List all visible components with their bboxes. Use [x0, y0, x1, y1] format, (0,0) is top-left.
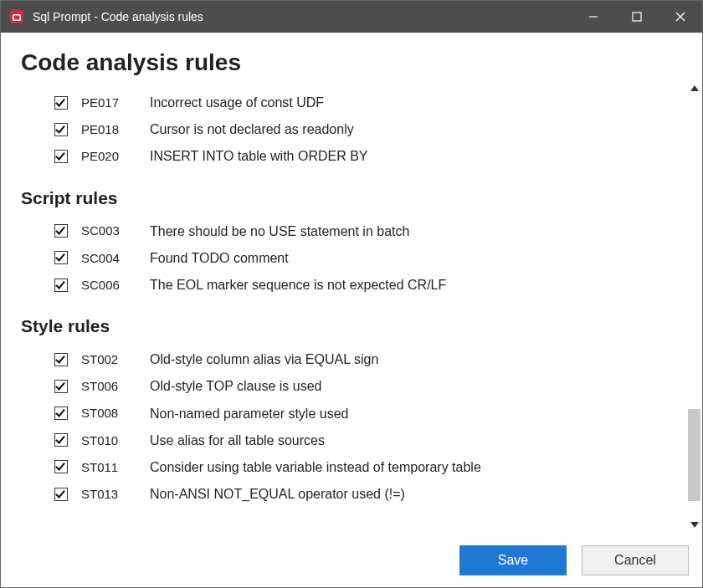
rule-code: SC003	[81, 220, 150, 242]
rule-row[interactable]: ST006 Old-style TOP clause is used	[54, 375, 687, 397]
rule-row[interactable]: ST010 Use alias for all table sources	[54, 429, 687, 452]
rule-row[interactable]: ST008 Non-named parameter style used	[54, 402, 687, 425]
rule-code: ST002	[81, 349, 150, 371]
rule-desc: Old-style TOP clause is used	[150, 375, 321, 397]
maximize-button[interactable]	[615, 1, 659, 33]
app-window: Sql Prompt - Code analysis rules Code an…	[0, 0, 703, 588]
close-button[interactable]	[659, 1, 702, 33]
window-title: Sql Prompt - Code analysis rules	[33, 10, 203, 23]
rule-checkbox[interactable]	[54, 150, 68, 163]
rule-desc: Consider using table variable instead of…	[150, 456, 481, 478]
rule-checkbox[interactable]	[54, 433, 68, 447]
rules-list: Code analysis rules PE017 Incorrect usag…	[1, 33, 687, 537]
rule-checkbox[interactable]	[54, 488, 68, 501]
rule-row[interactable]: ST011 Consider using table variable inst…	[54, 456, 687, 478]
svg-rect-2	[14, 16, 20, 20]
rule-code: PE017	[81, 92, 150, 114]
rule-row[interactable]: SC004 Found TODO comment	[54, 247, 687, 269]
footer-buttons: Save Cancel	[1, 537, 702, 587]
cancel-button[interactable]: Cancel	[582, 545, 689, 575]
rule-checkbox[interactable]	[54, 460, 68, 473]
rule-desc: Found TODO comment	[150, 247, 289, 269]
rule-row[interactable]: SC003 There should be no USE statement i…	[54, 220, 687, 243]
rule-code: ST011	[81, 457, 150, 478]
rule-row[interactable]: ST002 Old-style column alias via EQUAL s…	[54, 348, 687, 371]
rule-checkbox[interactable]	[54, 224, 68, 238]
titlebar: Sql Prompt - Code analysis rules	[1, 1, 702, 33]
rule-desc: Use alias for all table sources	[150, 429, 325, 452]
rule-row[interactable]: PE020 INSERT INTO table with ORDER BY	[54, 145, 687, 167]
rule-checkbox[interactable]	[54, 251, 68, 264]
rule-desc: INSERT INTO table with ORDER BY	[150, 145, 368, 167]
rule-checkbox[interactable]	[54, 406, 68, 420]
rule-code: ST013	[81, 483, 150, 505]
app-icon	[9, 9, 24, 24]
rule-checkbox[interactable]	[54, 123, 68, 136]
rule-code: PE020	[81, 146, 150, 167]
section-title-script: Script rules	[21, 188, 687, 208]
rule-checkbox[interactable]	[54, 380, 68, 393]
save-button[interactable]: Save	[459, 545, 567, 575]
rule-code: ST006	[81, 376, 150, 397]
rule-code: SC006	[81, 274, 150, 296]
vertical-scrollbar[interactable]	[687, 33, 702, 537]
section-title-style: Style rules	[21, 316, 687, 336]
scroll-up-icon[interactable]	[689, 83, 700, 95]
rule-code: PE018	[81, 119, 150, 141]
rule-row[interactable]: SC006 The EOL marker sequence is not exp…	[54, 274, 687, 296]
rule-row[interactable]: PE017 Incorrect usage of const UDF	[54, 91, 687, 114]
rule-code: SC004	[81, 248, 150, 269]
rule-row[interactable]: PE018 Cursor is not declared as readonly	[54, 118, 687, 141]
svg-rect-4	[633, 13, 641, 21]
rule-checkbox[interactable]	[54, 96, 68, 110]
page-title: Code analysis rules	[21, 49, 687, 76]
rule-checkbox[interactable]	[54, 353, 68, 366]
rule-desc: Cursor is not declared as readonly	[150, 118, 354, 141]
rule-desc: There should be no USE statement in batc…	[150, 220, 409, 243]
minimize-button[interactable]	[572, 1, 615, 33]
rule-checkbox[interactable]	[54, 279, 68, 292]
rule-desc: Non-named parameter style used	[150, 402, 348, 425]
rule-code: ST008	[81, 402, 150, 424]
scroll-down-icon[interactable]	[689, 519, 700, 530]
rule-desc: Non-ANSI NOT_EQUAL operator used (!=)	[150, 483, 405, 505]
rule-desc: Old-style column alias via EQUAL sign	[150, 348, 378, 371]
svg-marker-8	[690, 522, 699, 528]
rule-code: ST010	[81, 430, 150, 452]
rule-desc: Incorrect usage of const UDF	[150, 91, 324, 114]
dialog-body: Code analysis rules PE017 Incorrect usag…	[1, 33, 702, 537]
rule-desc: The EOL marker sequence is not expected …	[150, 274, 446, 296]
scroll-thumb[interactable]	[688, 409, 700, 501]
rule-row[interactable]: ST013 Non-ANSI NOT_EQUAL operator used (…	[54, 483, 687, 505]
svg-marker-7	[690, 85, 699, 91]
